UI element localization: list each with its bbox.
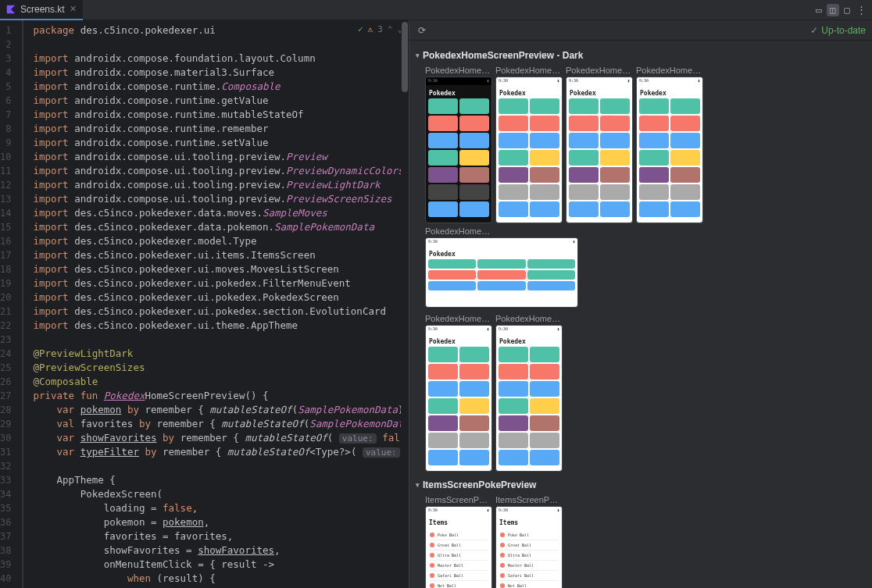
preview-thumbnail[interactable]: 9:30▮ Pokedex (636, 77, 703, 223)
preview-label: PokedexHomeScreenP... (636, 66, 703, 75)
editor-pane: ✓ ⚠ 3 ⌃ ⌄ 123456789101112131415161718192… (0, 20, 409, 588)
preview-label: PokedexHomeScreenP... (425, 314, 492, 323)
preview-label: PokedexHomeScreenPreview - Phone - Lands… (425, 226, 492, 236)
preview-group-header[interactable]: ▾ ItemsScreenPokePreview (416, 476, 866, 494)
preview-item[interactable]: PokedexHomeScreenP... 9:30▮ Pokedex (495, 66, 563, 223)
more-icon[interactable]: ⋮ (855, 4, 867, 16)
preview-item[interactable]: PokedexHomeScreenP... 9:30▮ Pokedex (636, 66, 703, 223)
kotlin-file-icon (6, 5, 16, 14)
line-gutter: 1234567891011121314151617181920212223242… (0, 20, 22, 588)
file-tab[interactable]: Screens.kt ✕ (0, 0, 83, 20)
check-icon: ✓ (810, 25, 818, 36)
preview-label: ItemsScreenPokePrevi... (425, 495, 492, 504)
preview-thumbnail[interactable]: 9:30▮ Pokedex (425, 237, 578, 308)
preview-thumbnail[interactable]: 9:30▮ Pokedex (495, 77, 563, 223)
chevron-down-icon: ▾ (416, 52, 420, 59)
close-icon[interactable]: ✕ (70, 4, 77, 14)
preview-label: PokedexHomeScreenP... (566, 66, 633, 75)
preview-thumbnail[interactable]: 9:30▮ Pokedex (566, 77, 633, 223)
vertical-scrollbar[interactable] (401, 20, 409, 588)
preview-label: PokedexHomeScreenP... (495, 66, 563, 75)
tab-filename: Screens.kt (20, 4, 65, 15)
preview-pane: ⟳ ✓ Up-to-date ▾ PokedexHomeScreenPrevie… (409, 20, 872, 588)
preview-item[interactable]: PokedexHomeScreenP... 9:30▮ Pokedex (495, 314, 563, 472)
code-area[interactable]: package des.c5inco.pokedexer.uiimport an… (22, 20, 409, 588)
view-design-icon[interactable]: ▢ (841, 4, 853, 16)
preview-item[interactable]: PokedexHomeScreenP... 9:30▮ Pokedex (425, 66, 492, 223)
preview-label: ItemsScreenPokePrevi... (495, 495, 563, 504)
view-split-icon[interactable]: ◫ (827, 4, 839, 16)
preview-item[interactable]: PokedexHomeScreenPreview - Phone - Lands… (425, 226, 578, 308)
preview-group-header[interactable]: ▾ PokedexHomeScreenPreview - Dark (416, 47, 866, 64)
preview-thumbnail[interactable]: 9:30▮ Pokedex (425, 77, 492, 223)
tab-bar: Screens.kt ✕ ▭ ◫ ▢ ⋮ (0, 0, 872, 20)
preview-item[interactable]: ItemsScreenPokePrevi... 9:30▮ Items Poke… (425, 495, 492, 588)
preview-content[interactable]: ▾ PokedexHomeScreenPreview - Dark Pokede… (409, 41, 872, 588)
view-code-icon[interactable]: ▭ (813, 4, 825, 16)
preview-thumbnail[interactable]: 9:30▮ Items Poke BallGreat BallUltra Bal… (495, 506, 563, 588)
preview-item[interactable]: PokedexHomeScreenP... 9:30▮ Pokedex (566, 66, 633, 223)
preview-status: ✓ Up-to-date (810, 25, 866, 36)
preview-thumbnail[interactable]: 9:30▮ Pokedex (495, 325, 563, 472)
preview-label: PokedexHomeScreenP... (425, 66, 492, 75)
preview-toolbar: ⟳ ✓ Up-to-date (409, 20, 872, 41)
preview-thumbnail[interactable]: 9:30▮ Items Poke BallGreat BallUltra Bal… (425, 506, 492, 588)
preview-item[interactable]: PokedexHomeScreenP... 9:30▮ Pokedex (425, 314, 492, 472)
chevron-down-icon: ▾ (416, 481, 420, 489)
preview-label: PokedexHomeScreenP... (495, 314, 563, 323)
preview-thumbnail[interactable]: 9:30▮ Pokedex (425, 325, 492, 472)
refresh-icon[interactable]: ⟳ (416, 24, 428, 37)
preview-item[interactable]: ItemsScreenPokePrevi... 9:30▮ Items Poke… (495, 495, 563, 588)
